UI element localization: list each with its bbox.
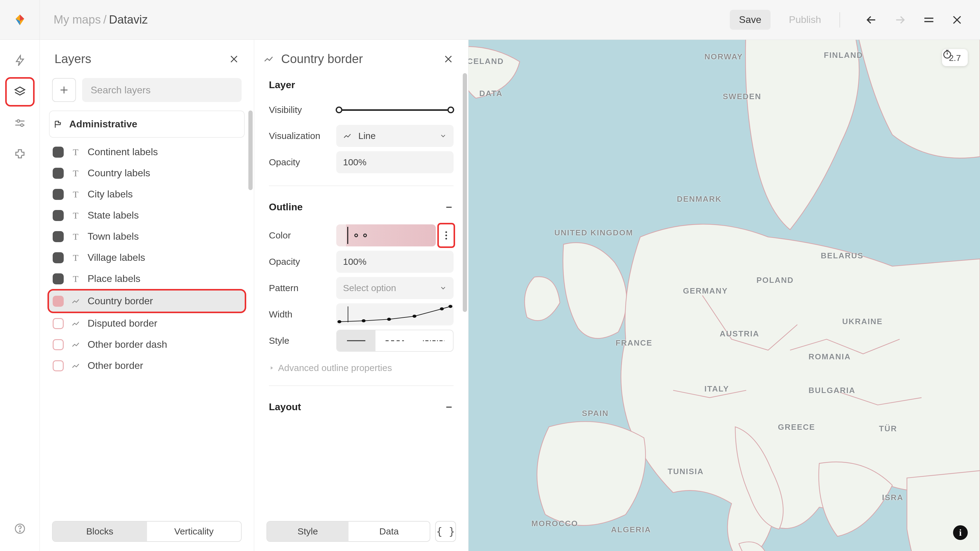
layer-checkbox[interactable] bbox=[52, 360, 64, 371]
layers-list[interactable]: Administrative TContinent labelsTCountry… bbox=[40, 111, 254, 515]
style-dashed[interactable] bbox=[375, 330, 414, 351]
add-layer-button[interactable] bbox=[52, 78, 76, 102]
layer-row[interactable]: TContinent labels bbox=[49, 141, 245, 162]
search-input[interactable] bbox=[82, 78, 242, 102]
visualization-label: Visualization bbox=[269, 131, 336, 141]
layer-checkbox[interactable] bbox=[52, 147, 64, 158]
pattern-select[interactable]: Select option bbox=[336, 277, 453, 299]
layer-checkbox[interactable] bbox=[52, 252, 64, 263]
visualization-value: Line bbox=[358, 131, 376, 141]
tab-verticality[interactable]: Verticality bbox=[147, 522, 241, 541]
tab-data[interactable]: Data bbox=[348, 522, 430, 541]
info-button[interactable]: i bbox=[953, 525, 968, 540]
visualization-select[interactable]: Line bbox=[336, 125, 453, 147]
layer-checkbox[interactable] bbox=[52, 296, 64, 307]
text-icon: T bbox=[70, 189, 81, 200]
map-label: DENMARK bbox=[677, 194, 722, 204]
opacity-label: Opacity bbox=[269, 157, 336, 167]
row-opacity: Opacity 100% bbox=[269, 151, 453, 173]
layer-checkbox[interactable] bbox=[52, 231, 64, 242]
rail-item-layers[interactable] bbox=[7, 79, 33, 105]
text-icon: T bbox=[70, 210, 81, 221]
layers-title: Layers bbox=[54, 52, 91, 66]
layer-label: City labels bbox=[88, 189, 133, 200]
group-label: Administrative bbox=[69, 119, 137, 130]
layer-checkbox[interactable] bbox=[52, 189, 64, 200]
layer-label: State labels bbox=[88, 210, 139, 221]
rail-item-sliders[interactable] bbox=[7, 110, 33, 136]
visibility-slider[interactable] bbox=[336, 104, 453, 116]
props-body[interactable]: Layer Visibility Visualization Line bbox=[254, 72, 468, 515]
close-layers-icon[interactable] bbox=[229, 54, 239, 64]
map-canvas[interactable]: CELANDDATANORWAYFINLANDSWEDENDENMARKUNIT… bbox=[469, 40, 980, 551]
layer-checkbox[interactable] bbox=[52, 318, 64, 329]
layer-row[interactable]: Disputed border bbox=[49, 313, 245, 334]
opacity-input[interactable]: 100% bbox=[336, 151, 453, 173]
svg-point-17 bbox=[445, 232, 447, 233]
color-swatch[interactable] bbox=[336, 224, 436, 246]
back-icon[interactable] bbox=[865, 13, 878, 27]
width-label: Width bbox=[269, 309, 336, 319]
layer-row[interactable]: TCity labels bbox=[49, 184, 245, 205]
map-label: ROMANIA bbox=[808, 352, 851, 362]
svg-point-19 bbox=[445, 238, 447, 240]
layer-checkbox[interactable] bbox=[52, 273, 64, 284]
breadcrumb-parent[interactable]: My maps bbox=[54, 13, 101, 26]
layer-row[interactable]: TPlace labels bbox=[49, 268, 245, 289]
app-logo[interactable] bbox=[0, 0, 40, 40]
chevron-down-icon bbox=[439, 132, 447, 140]
layer-row[interactable]: TCountry labels bbox=[49, 162, 245, 184]
section-layer: Layer bbox=[269, 79, 453, 91]
outline-opacity-input[interactable]: 100% bbox=[336, 251, 453, 273]
close-props-icon[interactable] bbox=[443, 54, 453, 64]
layer-group[interactable]: Administrative bbox=[49, 111, 245, 138]
collapse-icon[interactable] bbox=[444, 403, 453, 412]
rail-item-help[interactable] bbox=[7, 516, 33, 542]
map-label: POLAND bbox=[756, 275, 794, 285]
svg-point-24 bbox=[440, 307, 444, 310]
pattern-label: Pattern bbox=[269, 283, 336, 293]
zoom-badge[interactable]: 2.7 bbox=[942, 49, 968, 66]
layer-row[interactable]: TState labels bbox=[49, 205, 245, 226]
breadcrumb-separator: / bbox=[103, 13, 107, 26]
publish-button[interactable]: Publish bbox=[780, 10, 830, 30]
rail-item-extensions[interactable] bbox=[7, 141, 33, 167]
layer-row[interactable]: TVillage labels bbox=[49, 247, 245, 268]
layer-row[interactable]: Other border dash bbox=[49, 334, 245, 355]
clock-icon bbox=[942, 49, 953, 59]
menu-icon[interactable] bbox=[922, 13, 935, 27]
svg-point-18 bbox=[445, 235, 447, 236]
map-label: SPAIN bbox=[582, 409, 609, 418]
forward-icon[interactable] bbox=[893, 13, 907, 27]
save-button[interactable]: Save bbox=[730, 10, 770, 30]
collapse-icon[interactable] bbox=[444, 203, 453, 212]
tab-style[interactable]: Style bbox=[267, 522, 348, 541]
style-dash-dot[interactable] bbox=[414, 330, 453, 351]
layer-row[interactable]: TTown labels bbox=[49, 226, 245, 247]
width-graph[interactable] bbox=[336, 303, 453, 326]
svg-point-20 bbox=[337, 320, 342, 323]
tab-blocks[interactable]: Blocks bbox=[52, 522, 147, 541]
style-solid[interactable] bbox=[337, 330, 375, 351]
layer-checkbox[interactable] bbox=[52, 339, 64, 350]
layer-checkbox[interactable] bbox=[52, 168, 64, 179]
svg-point-25 bbox=[449, 305, 452, 308]
close-icon[interactable] bbox=[951, 14, 963, 26]
layer-checkbox[interactable] bbox=[52, 210, 64, 221]
props-title: Country border bbox=[281, 52, 436, 66]
advanced-outline-toggle[interactable]: Advanced outline properties bbox=[269, 363, 453, 373]
layer-row[interactable]: Country border bbox=[49, 291, 245, 311]
color-more-button[interactable] bbox=[439, 224, 453, 246]
svg-point-22 bbox=[387, 318, 391, 321]
section-layout: Layout bbox=[269, 401, 301, 413]
map-label: FRANCE bbox=[616, 338, 652, 348]
layer-row[interactable]: Other border bbox=[49, 355, 245, 376]
map-label: UKRAINE bbox=[842, 317, 883, 326]
scrollbar[interactable] bbox=[248, 111, 253, 190]
scrollbar[interactable] bbox=[463, 73, 467, 312]
map-label: ITALY bbox=[705, 384, 729, 394]
rail-item-lightning[interactable] bbox=[7, 48, 33, 74]
json-button[interactable]: { } bbox=[435, 521, 456, 542]
map-label: ALGERIA bbox=[611, 525, 651, 535]
breadcrumb-current[interactable]: Dataviz bbox=[109, 13, 148, 26]
